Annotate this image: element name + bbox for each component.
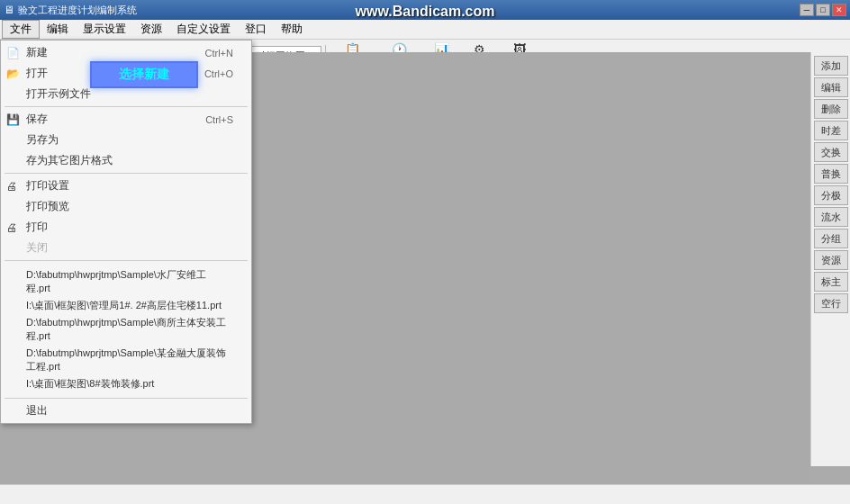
menu-item-help[interactable]: 帮助 [274, 20, 310, 39]
menu-print-preview[interactable]: 打印预览 [1, 196, 251, 217]
recent-files-section: D:\fabutmp\hwprjtmp\Sample\水厂安维工程.prt I:… [1, 263, 251, 396]
menu-save-image[interactable]: 存为其它图片格式 [1, 150, 251, 171]
open-label: 打开 [26, 66, 48, 81]
sidebar-btn-group[interactable]: 分组 [814, 229, 848, 248]
maximize-button[interactable]: □ [816, 4, 830, 16]
status-bar [0, 484, 850, 504]
file-dropdown-menu: 📄 新建 Ctrl+N 📂 打开 Ctrl+O 打开示例文件 💾 保存 Ctrl… [0, 40, 252, 424]
menu-item-login[interactable]: 登口 [238, 20, 274, 39]
save-as-label: 另存为 [26, 132, 59, 148]
exit-label: 退出 [26, 403, 48, 418]
menu-save[interactable]: 💾 保存 Ctrl+S [1, 109, 251, 130]
separator-b [5, 173, 248, 174]
menu-new[interactable]: 📄 新建 Ctrl+N [1, 42, 251, 63]
print-preview-label: 打印预览 [26, 199, 69, 214]
open-example-label: 打开示例文件 [26, 86, 91, 102]
sidebar-btn-edit[interactable]: 编辑 [814, 77, 848, 97]
new-menu-icon: 📄 [6, 47, 20, 59]
separator-a [5, 106, 248, 107]
sidebar-btn-exchange[interactable]: 交换 [814, 142, 848, 162]
open-menu-icon: 📂 [6, 68, 20, 80]
sidebar-btn-split[interactable]: 分极 [814, 185, 848, 205]
menu-item-resource[interactable]: 资源 [133, 20, 169, 39]
sidebar-btn-waterfall[interactable]: 流水 [814, 207, 848, 227]
menu-close: 关闭 [1, 238, 251, 258]
sidebar-btn-resource[interactable]: 资源 [814, 250, 848, 270]
sidebar-btn-timediff[interactable]: 时差 [814, 121, 848, 140]
menu-item-view[interactable]: 显示设置 [76, 20, 133, 39]
print-icon: 🖨 [6, 221, 17, 234]
recent-file-1[interactable]: D:\fabutmp\hwprjtmp\Sample\水厂安维工程.prt [26, 266, 226, 297]
sidebar-btn-delete[interactable]: 删除 [814, 99, 848, 119]
menu-print-setup[interactable]: 🖨 打印设置 [1, 176, 251, 196]
sidebar-btn-blankrow[interactable]: 空行 [814, 293, 848, 313]
menu-item-file[interactable]: 文件 [2, 20, 40, 39]
recent-file-5[interactable]: I:\桌面\框架图\8#装饰装修.prt [26, 375, 226, 392]
minimize-button[interactable]: ─ [800, 4, 814, 16]
save-menu-icon: 💾 [6, 113, 20, 126]
separator-d [5, 398, 248, 399]
close-label: 关闭 [26, 240, 48, 256]
title-text: 验文工程进度计划编制系统 [14, 4, 800, 17]
new-label: 新建 [26, 45, 48, 60]
save-shortcut: Ctrl+S [205, 114, 233, 125]
title-bar: 🖥 验文工程进度计划编制系统 ─ □ ✕ [0, 0, 850, 20]
recent-file-2[interactable]: I:\桌面\框架图\管理局1#. 2#高层住宅楼11.prt [26, 297, 226, 314]
save-label: 保存 [26, 112, 48, 127]
recent-file-3[interactable]: D:\fabutmp\hwprjtmp\Sample\商所主体安装工程.prt [26, 314, 226, 345]
right-sidebar: 添加 编辑 删除 时差 交换 普换 分极 流水 分组 资源 标主 空行 [810, 52, 850, 466]
menu-print[interactable]: 🖨 打印 [1, 217, 251, 238]
menu-item-custom[interactable]: 自定义设置 [169, 20, 238, 39]
save-image-label: 存为其它图片格式 [26, 153, 113, 168]
recent-file-4[interactable]: D:\fabutmp\hwprjtmp\Sample\某金融大厦装饰工程.prt [26, 345, 226, 375]
new-project-button[interactable]: 选择新建 [90, 61, 198, 88]
print-setup-icon: 🖨 [6, 180, 17, 193]
menu-save-as[interactable]: 另存为 [1, 130, 251, 150]
app-icon: 🖥 [4, 4, 14, 16]
open-shortcut: Ctrl+O [204, 68, 233, 79]
menu-exit[interactable]: 退出 [1, 400, 251, 421]
new-shortcut: Ctrl+N [205, 48, 233, 58]
menu-bar: 文件 编辑 显示设置 资源 自定义设置 登口 帮助 [0, 20, 850, 40]
sidebar-btn-replace[interactable]: 普换 [814, 164, 848, 184]
close-button[interactable]: ✕ [832, 4, 846, 16]
print-label: 打印 [26, 220, 48, 235]
sidebar-btn-add[interactable]: 添加 [814, 56, 848, 76]
menu-item-edit[interactable]: 编辑 [40, 20, 76, 39]
window-controls: ─ □ ✕ [800, 4, 846, 16]
separator-c [5, 260, 248, 261]
new-project-label: 选择新建 [119, 67, 169, 83]
sidebar-btn-mark[interactable]: 标主 [814, 272, 848, 292]
print-setup-label: 打印设置 [26, 178, 69, 194]
